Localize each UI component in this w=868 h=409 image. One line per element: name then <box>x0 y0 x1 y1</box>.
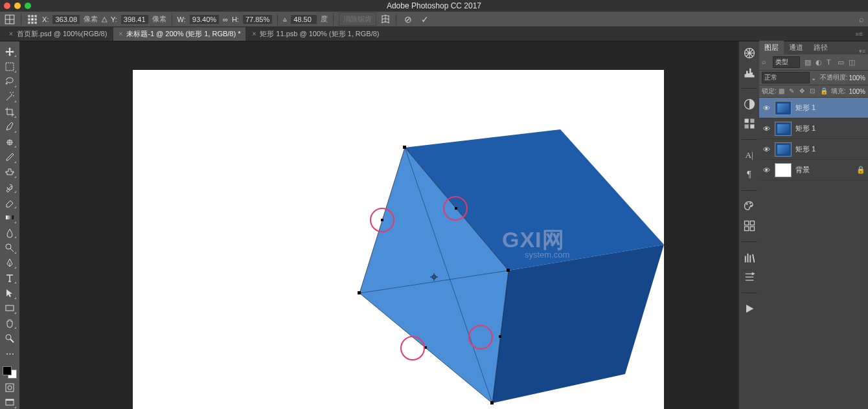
h-input[interactable]: 77.85% <box>243 15 272 24</box>
filter-type-select[interactable]: 类型 <box>773 56 800 68</box>
lock-icon: 🔒 <box>856 166 865 174</box>
eyedropper-tool[interactable] <box>3 121 17 133</box>
tab-layers[interactable]: 图层 <box>759 41 784 54</box>
layer-row[interactable]: 👁 背景 🔒 <box>759 160 868 181</box>
close-icon[interactable]: × <box>119 30 122 38</box>
move-tool[interactable] <box>3 45 17 58</box>
layer-thumbnail[interactable] <box>775 101 792 115</box>
filter-smart-icon[interactable]: ◫ <box>849 58 857 67</box>
histogram-panel-icon[interactable] <box>743 66 756 79</box>
layer-name[interactable]: 矩形 1 <box>795 103 816 113</box>
warp-icon[interactable] <box>380 14 391 25</box>
blur-tool[interactable] <box>3 227 17 239</box>
tab-channels[interactable]: 通道 <box>784 41 808 54</box>
crop-tool[interactable] <box>3 105 17 118</box>
link-icon[interactable]: ∞ <box>223 16 228 23</box>
search-icon[interactable]: ⌕ <box>859 14 864 24</box>
commit-transform-button[interactable]: ✓ <box>418 14 431 25</box>
swatches-panel-icon[interactable] <box>743 200 756 213</box>
fill-value[interactable]: 100% <box>849 88 865 95</box>
eraser-tool[interactable] <box>3 196 17 208</box>
actions-panel-icon[interactable] <box>743 271 756 283</box>
filter-shape-icon[interactable]: ▭ <box>838 58 846 67</box>
screen-mode-tool[interactable] <box>3 397 17 409</box>
styles-panel-icon[interactable] <box>743 117 756 130</box>
tab-document-0[interactable]: × 首页新.psd @ 100%(RGB/8) <box>4 27 112 41</box>
rectangle-tool[interactable] <box>3 302 17 315</box>
layer-row[interactable]: 👁 矩形 1 <box>759 139 868 160</box>
cancel-transform-button[interactable]: ⊘ <box>402 14 415 25</box>
layer-row[interactable]: 👁 矩形 1 <box>759 118 868 139</box>
magic-wand-tool[interactable] <box>3 91 17 103</box>
x-input[interactable]: 363.08 <box>52 15 80 24</box>
transform-tool-icon[interactable] <box>4 14 16 25</box>
paragraph-panel-icon[interactable]: ¶ <box>743 168 756 181</box>
svg-rect-14 <box>6 216 14 219</box>
lock-position-icon[interactable]: ✥ <box>799 87 807 95</box>
pen-tool[interactable] <box>3 257 17 269</box>
foreground-color-swatch[interactable] <box>3 366 12 375</box>
color-swatches[interactable] <box>3 366 17 379</box>
tab-paths[interactable]: 路径 <box>808 41 833 54</box>
layer-thumbnail[interactable] <box>775 163 792 177</box>
tabs-overflow-menu[interactable]: »≡ <box>856 30 863 38</box>
visibility-toggle[interactable]: 👁 <box>762 104 771 112</box>
character-panel-icon[interactable]: A| <box>743 149 756 162</box>
info-panel-icon[interactable] <box>743 219 756 232</box>
reference-point-icon[interactable] <box>27 14 38 25</box>
layer-thumbnail[interactable] <box>775 142 792 157</box>
lasso-tool[interactable] <box>3 76 17 88</box>
layer-row[interactable]: 👁 矩形 1 <box>759 98 868 118</box>
brush-tool[interactable] <box>3 151 17 163</box>
libraries-panel-icon[interactable] <box>743 251 756 264</box>
filter-search-icon[interactable]: ⌕ <box>762 58 771 67</box>
layer-name[interactable]: 背景 <box>795 165 810 175</box>
layer-name[interactable]: 矩形 1 <box>795 124 816 133</box>
canvas-area[interactable]: GXI网 system.com <box>19 41 738 409</box>
filter-adjustment-icon[interactable]: ◐ <box>816 58 824 67</box>
tab-document-1[interactable]: × 未标题-1 @ 200% (矩形 1, RGB/8) * <box>113 27 246 41</box>
color-panel-icon[interactable] <box>743 47 756 60</box>
quick-mask-tool[interactable] <box>3 381 17 393</box>
angle-input[interactable]: 48.50 <box>291 15 317 24</box>
lock-all-icon[interactable]: 🔒 <box>820 87 828 95</box>
antialiasing-button[interactable]: 消除锯齿 <box>339 12 376 26</box>
lock-pixels-icon[interactable]: ✎ <box>789 87 797 95</box>
marquee-tool[interactable] <box>3 60 17 72</box>
visibility-toggle[interactable]: 👁 <box>762 166 771 174</box>
panel-menu-icon[interactable]: ▾≡ <box>859 48 865 54</box>
lock-artboard-icon[interactable]: ⊡ <box>810 87 817 95</box>
type-tool[interactable] <box>3 272 17 284</box>
play-panel-icon[interactable] <box>743 302 756 315</box>
blend-mode-select[interactable]: 正常 <box>762 72 810 83</box>
panel-tabs: 图层 通道 路径 ▾≡ <box>759 41 868 54</box>
maximize-window-button[interactable] <box>25 3 31 9</box>
path-selection-tool[interactable] <box>3 287 17 299</box>
visibility-toggle[interactable]: 👁 <box>762 125 771 133</box>
history-brush-tool[interactable] <box>3 181 17 193</box>
layer-name[interactable]: 矩形 1 <box>795 144 816 154</box>
zoom-tool[interactable] <box>3 332 17 344</box>
healing-brush-tool[interactable] <box>3 136 17 148</box>
lock-transparency-icon[interactable]: ▩ <box>779 87 786 95</box>
delta-icon[interactable]: △ <box>102 15 107 23</box>
gradient-tool[interactable] <box>3 212 17 224</box>
filter-type-icon[interactable]: T <box>827 58 835 67</box>
minimize-window-button[interactable] <box>14 3 21 9</box>
close-icon[interactable]: × <box>252 30 256 38</box>
layer-thumbnail[interactable] <box>775 122 792 136</box>
w-input[interactable]: 93.40% <box>190 15 219 24</box>
visibility-toggle[interactable]: 👁 <box>762 146 771 153</box>
document-canvas[interactable]: GXI网 system.com <box>133 70 664 409</box>
filter-pixel-icon[interactable]: ▧ <box>805 58 813 67</box>
y-input[interactable]: 398.41 <box>121 15 148 24</box>
close-icon[interactable]: × <box>9 30 13 38</box>
hand-tool[interactable] <box>3 317 17 329</box>
edit-toolbar-button[interactable]: ⋯ <box>3 348 17 360</box>
opacity-value[interactable]: 100% <box>849 74 865 82</box>
close-window-button[interactable] <box>4 3 10 9</box>
tab-document-2[interactable]: × 矩形 11.psb @ 100% (矩形 1, RGB/8) <box>247 27 384 41</box>
adjustments-panel-icon[interactable] <box>743 98 756 111</box>
clone-stamp-tool[interactable] <box>3 166 17 179</box>
dodge-tool[interactable] <box>3 241 17 254</box>
